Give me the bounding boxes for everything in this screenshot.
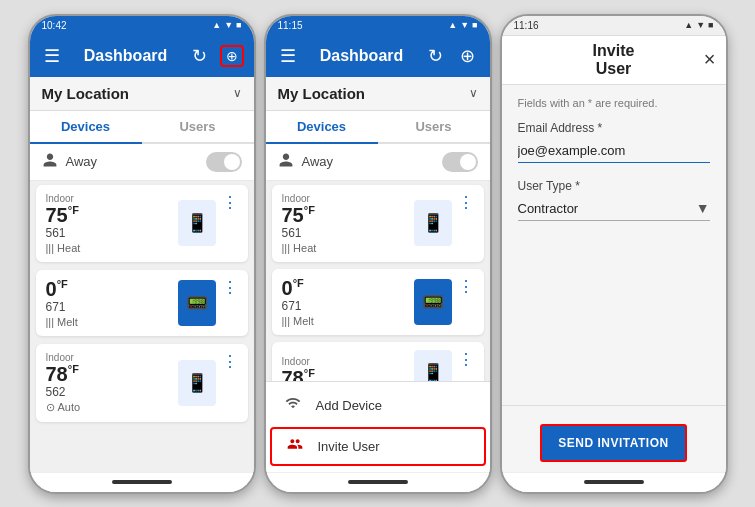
device-menu-icon-1-3[interactable]: ⋮ [222,352,238,371]
device-info-2-2: 0°F 671 ||| Melt [282,277,408,327]
device-menu-icon-2-3[interactable]: ⋮ [458,350,474,369]
wifi-icon-3: ▼ [696,20,705,30]
invite-user-menu-item[interactable]: Invite User [270,427,486,466]
status-time-1: 10:42 [42,20,67,31]
device-mode-1-3: ⊙ Auto [46,401,172,414]
device-id-2-2: 671 [282,299,408,313]
tab-users-2[interactable]: Users [378,111,490,142]
away-row-1: Away [30,144,254,181]
location-bar-2[interactable]: My Location ∨ [266,77,490,111]
invite-user-label: Invite User [318,439,380,454]
status-icons-3: ▲ ▼ ■ [684,20,713,30]
phone-1: 10:42 ▲ ▼ ■ ☰ Dashboard ↻ ⊕ My Location … [28,14,256,494]
device-id-2-1: 561 [282,226,408,240]
device-image-2-1: 📱 [414,200,452,246]
close-icon-3[interactable]: × [704,48,716,70]
device-temp-2-3: 78°F [282,367,408,381]
app-bar-3: Invite User × [502,36,726,85]
device-card-1-2: 0°F 671 ||| Melt 📟 ⋮ [36,270,248,336]
battery-icon: ■ [236,20,241,30]
signal-icon-2: ▲ [448,20,457,30]
away-toggle-2[interactable] [442,152,478,172]
melt-icon-2: ||| [282,315,291,327]
device-mode-1-1: ||| Heat [46,242,172,254]
add-icon-1[interactable]: ⊕ [220,45,244,67]
user-type-label: User Type * [518,179,710,193]
home-indicator-3 [584,480,644,484]
device-image-1-1: 📱 [178,200,216,246]
signal-bars-icon: ▲ [212,20,221,30]
battery-icon-2: ■ [472,20,477,30]
device-temp-1-3: 78°F [46,363,172,385]
device-id-1-1: 561 [46,226,172,240]
status-bar-2: 11:15 ▲ ▼ ■ [266,16,490,35]
away-icon-2 [278,152,294,171]
status-time-2: 11:15 [278,20,303,31]
dashboard-title-2: Dashboard [308,47,416,65]
device-info-1-1: Indoor 75°F 561 ||| Heat [46,193,172,254]
device-menu-icon-1-1[interactable]: ⋮ [222,193,238,212]
phone-2: 11:15 ▲ ▼ ■ ☰ Dashboard ↻ ⊕ My Location … [264,14,492,494]
device-type-1-3: Indoor [46,352,172,363]
device-mode-1-2: ||| Melt [46,316,172,328]
menu-icon-2[interactable]: ☰ [276,45,300,67]
device-image-2-3: 📱 [414,350,452,381]
melt-icon: ||| [46,316,55,328]
tab-devices-2[interactable]: Devices [266,111,378,144]
status-time-3: 11:16 [514,20,539,31]
refresh-icon-1[interactable]: ↻ [188,45,212,67]
wifi-icon: ▼ [224,20,233,30]
auto-icon: ⊙ [46,401,55,414]
location-bar-1[interactable]: My Location ∨ [30,77,254,111]
home-indicator-2 [348,480,408,484]
device-card-2-2: 0°F 671 ||| Melt 📟 ⋮ [272,269,484,335]
device-card-1-3: Indoor 78°F 562 ⊙ Auto 📱 ⋮ [36,344,248,422]
device-menu-icon-2-2[interactable]: ⋮ [458,277,474,296]
app-bar-1: ☰ Dashboard ↻ ⊕ [30,35,254,77]
device-info-1-3: Indoor 78°F 562 ⊙ Auto [46,352,172,414]
away-toggle-1[interactable] [206,152,242,172]
add-icon-2[interactable]: ⊕ [456,45,480,67]
away-row-2: Away [266,144,490,181]
send-invitation-button[interactable]: SEND INVITATION [540,424,686,462]
add-device-menu-item[interactable]: Add Device [266,386,490,425]
device-temp-1-2: 0°F [46,278,172,300]
location-chevron-icon-2: ∨ [469,86,478,100]
device-temp-2-1: 75°F [282,204,408,226]
heat-icon-2: ||| [282,242,291,254]
bottom-bar-3 [502,472,726,492]
invite-user-title: Invite User [582,42,645,78]
location-label-2: My Location [278,85,366,102]
location-label-1: My Location [42,85,130,102]
tabs-2: Devices Users [266,111,490,144]
device-card-2-3: Indoor 78°F 📱 ⋮ [272,342,484,381]
away-icon-1 [42,152,58,171]
tabs-1: Devices Users [30,111,254,144]
device-type-2-1: Indoor [282,193,408,204]
signal-icon-3: ▲ [684,20,693,30]
user-type-select[interactable]: Owner Admin Contractor Read Only [518,197,696,220]
away-label-2: Away [302,154,434,169]
add-device-label: Add Device [316,398,382,413]
device-info-1-2: 0°F 671 ||| Melt [46,278,172,328]
device-menu-icon-1-2[interactable]: ⋮ [222,278,238,297]
email-input[interactable] [518,139,710,163]
bottom-bar-1 [30,472,254,492]
tab-devices-1[interactable]: Devices [30,111,142,144]
device-type-1-1: Indoor [46,193,172,204]
device-info-2-1: Indoor 75°F 561 ||| Heat [282,193,408,254]
heat-icon: ||| [46,242,55,254]
refresh-icon-2[interactable]: ↻ [424,45,448,67]
device-menu-icon-2-1[interactable]: ⋮ [458,193,474,212]
device-info-2-3: Indoor 78°F [282,356,408,381]
dropdown-arrow-icon: ▼ [696,200,710,216]
device-image-1-3: 📱 [178,360,216,406]
status-icons-2: ▲ ▼ ■ [448,20,477,30]
status-icons-1: ▲ ▼ ■ [212,20,241,30]
menu-icon-1[interactable]: ☰ [40,45,64,67]
device-card-2-1: Indoor 75°F 561 ||| Heat 📱 ⋮ [272,185,484,262]
status-bar-3: 11:16 ▲ ▼ ■ [502,16,726,36]
tab-users-1[interactable]: Users [142,111,254,142]
device-image-1-2: 📟 [178,280,216,326]
device-image-2-2: 📟 [414,279,452,325]
